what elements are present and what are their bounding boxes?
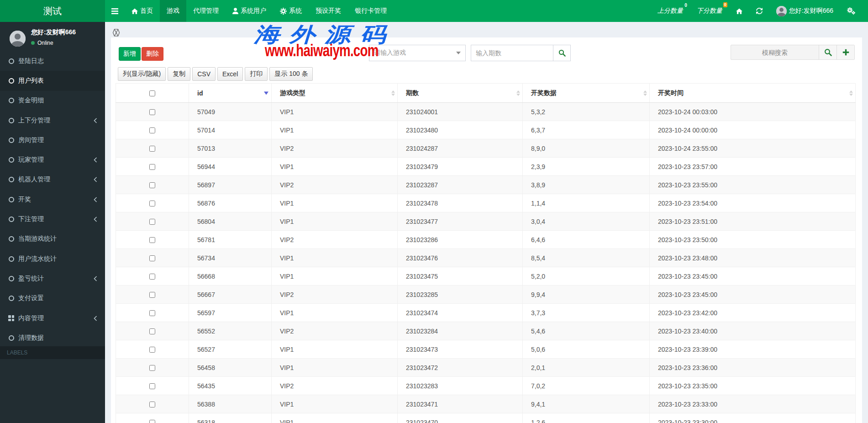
select-all-checkbox[interactable]	[149, 90, 155, 96]
circle-o-icon	[8, 137, 14, 143]
up-score-link[interactable]: 上分数量 0	[651, 0, 690, 22]
dt-button[interactable]: 打印	[245, 67, 268, 81]
down-score-link[interactable]: 下分数量 0	[690, 0, 729, 22]
sidebar-item[interactable]: 玩家管理	[0, 150, 105, 169]
add-button[interactable]: 新增	[119, 47, 141, 61]
row-checkbox[interactable]	[149, 402, 155, 407]
sidebar-item[interactable]: 房间管理	[0, 130, 105, 150]
user-menu[interactable]: 您好:发财啊666	[769, 0, 840, 22]
fuzzy-search-group	[731, 45, 855, 60]
sidebar-item[interactable]: 支付设置	[0, 289, 105, 308]
column-header[interactable]: 开奖数据	[523, 84, 650, 103]
dt-button[interactable]: 列(显示/隐藏)	[118, 67, 166, 81]
sidebar-item[interactable]: 登陆日志	[0, 51, 105, 71]
sidebar-item[interactable]: 用户流水统计	[0, 249, 105, 269]
table-cell: 56668	[189, 267, 272, 286]
chevron-left-icon	[94, 197, 97, 202]
issue-number-input[interactable]	[471, 45, 553, 61]
sidebar-item[interactable]: 盈亏统计	[0, 269, 105, 288]
select-all-header[interactable]	[116, 84, 189, 103]
table-cell: 2023-10-23 23:50:00	[650, 231, 856, 249]
sidebar-item-label: 机器人管理	[18, 175, 94, 184]
row-checkbox[interactable]	[149, 146, 155, 152]
table-cell: 2023-10-23 23:35:00	[650, 377, 856, 395]
sidebar-item[interactable]: 资金明细	[0, 91, 105, 111]
row-checkbox[interactable]	[149, 219, 155, 225]
table-cell: 56458	[189, 359, 272, 377]
row-checkbox[interactable]	[149, 182, 155, 188]
table-row: 57013VIP22310242878,9,02023-10-24 23:55:…	[116, 139, 856, 158]
table-cell: 231023283	[398, 377, 523, 395]
row-checkbox[interactable]	[149, 383, 155, 389]
row-checkbox[interactable]	[149, 365, 155, 371]
sidebar-item[interactable]: 清理数据	[0, 328, 105, 348]
column-header[interactable]: id	[189, 84, 272, 103]
column-header[interactable]: 游戏类型	[272, 84, 398, 103]
sidebar-item[interactable]: 内容管理	[0, 308, 105, 328]
row-checkbox[interactable]	[149, 347, 155, 353]
sidebar-item[interactable]: 上下分管理	[0, 111, 105, 130]
row-checkbox[interactable]	[149, 127, 155, 133]
row-checkbox[interactable]	[149, 292, 155, 298]
sort-icon	[643, 90, 647, 96]
row-checkbox[interactable]	[149, 310, 155, 316]
row-checkbox[interactable]	[149, 201, 155, 206]
home-icon-link[interactable]	[729, 0, 749, 22]
dt-button[interactable]: CSV	[192, 67, 216, 81]
navbar-item[interactable]: 系统用户	[226, 0, 273, 22]
row-checkbox[interactable]	[149, 420, 155, 423]
row-checkbox-cell	[116, 139, 189, 158]
navbar-item[interactable]: 系统	[273, 0, 309, 22]
column-header[interactable]: 期数	[398, 84, 523, 103]
navbar-item[interactable]: 首页	[125, 0, 160, 22]
sidebar-user-panel: 您好:发财啊666 Online	[0, 22, 105, 51]
table-cell: 56552	[189, 322, 272, 340]
add-row-button[interactable]	[836, 45, 854, 59]
row-checkbox[interactable]	[149, 237, 155, 243]
table-cell: VIP2	[272, 286, 398, 304]
navbar-item[interactable]: 预设开奖	[309, 0, 348, 22]
row-checkbox[interactable]	[149, 255, 155, 261]
row-checkbox[interactable]	[149, 164, 155, 170]
table-row: 56897VIP22310232873,8,92023-10-23 23:55:…	[116, 176, 856, 194]
table-cell: 5,2,0	[523, 267, 650, 286]
sidebar-section-header: LABELS	[0, 346, 105, 359]
row-checkbox[interactable]	[149, 274, 155, 280]
brand-logo[interactable]: 测试	[0, 0, 105, 22]
dt-button[interactable]: Excel	[217, 67, 243, 81]
refresh-icon-link[interactable]	[749, 0, 769, 22]
navbar-item[interactable]: 银行卡管理	[348, 0, 394, 22]
column-header[interactable]: 开奖时间	[650, 84, 856, 103]
navbar-item[interactable]: 代理管理	[186, 0, 226, 22]
down-score-badge: 0	[723, 2, 727, 7]
row-checkbox[interactable]	[149, 109, 155, 115]
fuzzy-search-input[interactable]	[731, 45, 819, 59]
game-select-dropdown[interactable]: 请输入游戏	[369, 45, 466, 61]
table-cell: 3,7,3	[523, 304, 650, 322]
sidebar-user-status[interactable]: Online	[31, 40, 53, 46]
sidebar-item[interactable]: 用户列表	[0, 71, 105, 90]
fuzzy-search-button[interactable]	[819, 45, 836, 59]
table-row: 56781VIP22310232866,4,62023-10-23 23:50:…	[116, 231, 856, 249]
delete-button[interactable]: 删除	[142, 47, 163, 61]
row-checkbox-cell	[116, 304, 189, 322]
table-cell: 231023285	[398, 286, 523, 304]
table-row: 56318VIP12310234701,2,62023-10-23 23:30:…	[116, 413, 856, 423]
table-cell: 2023-10-23 23:51:00	[650, 212, 856, 231]
table-cell: 2023-10-23 23:45:00	[650, 267, 856, 286]
sidebar-toggle-button[interactable]	[105, 0, 125, 22]
sidebar-item[interactable]: 开奖	[0, 190, 105, 209]
table-cell: 231023480	[398, 121, 523, 139]
row-checkbox[interactable]	[149, 328, 155, 334]
navbar-item[interactable]: 游戏	[160, 0, 186, 22]
settings-link[interactable]	[840, 0, 862, 22]
row-checkbox-cell	[116, 103, 189, 121]
dt-button[interactable]: 显示 100 条	[269, 67, 313, 81]
issue-search-button[interactable]	[553, 45, 571, 61]
table-cell: 2023-10-23 23:55:00	[650, 176, 856, 194]
sidebar-item[interactable]: 当期游戏统计	[0, 229, 105, 249]
sidebar-item[interactable]: 下注管理	[0, 209, 105, 229]
table-cell: 56897	[189, 176, 272, 194]
dt-button[interactable]: 复制	[168, 67, 190, 81]
sidebar-item[interactable]: 机器人管理	[0, 170, 105, 190]
